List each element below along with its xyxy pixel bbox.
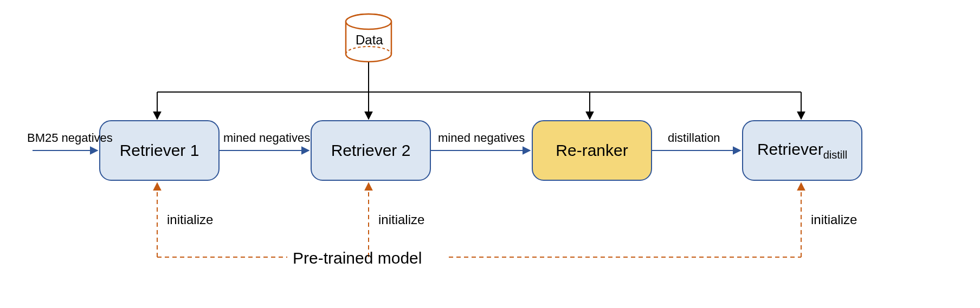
retriever-1-box: Retriever 1 bbox=[99, 120, 220, 181]
svg-point-0 bbox=[346, 14, 391, 29]
diagram-canvas: Data Retriever 1 Retriever 2 Re-ranker R… bbox=[0, 0, 980, 308]
initialize-1-label: initialize bbox=[167, 212, 213, 227]
retriever-distill-main: Retriever bbox=[757, 140, 823, 158]
mined-negatives-1-label: mined negatives bbox=[223, 131, 310, 145]
pretrained-model-label: Pre-trained model bbox=[293, 249, 422, 267]
retriever-distill-label: Retrieverdistill bbox=[757, 140, 847, 161]
reranker-box: Re-ranker bbox=[532, 120, 652, 181]
retriever-2-label: Retriever 2 bbox=[331, 141, 411, 160]
svg-point-1 bbox=[346, 14, 391, 29]
distillation-label: distillation bbox=[668, 131, 720, 145]
retriever-1-label: Retriever 1 bbox=[120, 141, 199, 160]
retriever-2-box: Retriever 2 bbox=[311, 120, 431, 181]
bm25-label: BM25 negatives bbox=[27, 131, 113, 145]
reranker-label: Re-ranker bbox=[556, 141, 628, 160]
retriever-distill-box: Retrieverdistill bbox=[742, 120, 862, 181]
initialize-2-label: initialize bbox=[378, 212, 424, 227]
retriever-distill-sub: distill bbox=[823, 149, 847, 161]
mined-negatives-2-label: mined negatives bbox=[438, 131, 525, 145]
data-cylinder-label: Data bbox=[356, 32, 383, 48]
initialize-3-label: initialize bbox=[811, 212, 857, 227]
